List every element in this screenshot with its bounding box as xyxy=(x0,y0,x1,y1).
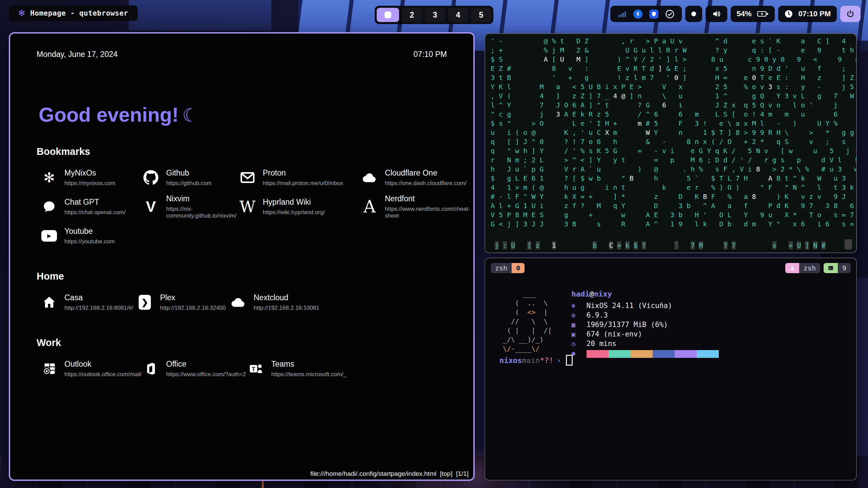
power-icon xyxy=(846,9,855,18)
bookmark-name: Outlook xyxy=(64,360,142,369)
speaker-icon xyxy=(712,9,721,19)
terminal-window[interactable]: zsh 0 zsh 9 ___ ( .. \ ( <> | // \ \ ( |… xyxy=(485,258,857,481)
chat-icon xyxy=(41,200,58,214)
time-text: 07:10 PM xyxy=(414,50,447,59)
cursor-block xyxy=(566,355,573,366)
teams-icon: T xyxy=(248,361,264,376)
section-title-home: Home xyxy=(37,271,64,282)
bookmark-url: http://192.168.2.16:10081 xyxy=(254,305,319,311)
workspace-1[interactable] xyxy=(377,8,399,22)
bookmark-item[interactable]: Githubhttps://github.com xyxy=(142,166,239,189)
battery-percent: 54% xyxy=(737,9,752,18)
bookmark-url: https://www.nerdfonts.com/cheat-sheet xyxy=(385,206,473,219)
fetch-user-host: hadi@nixy xyxy=(572,289,719,299)
workspace-5[interactable]: 5 xyxy=(471,8,491,22)
user-icon xyxy=(785,263,799,273)
plex-icon: ❯ xyxy=(136,295,153,310)
tmux-right-tabs: zsh 9 xyxy=(785,263,851,273)
bookmark-url: https://one.dash.cloudflare.com/ xyxy=(385,180,467,187)
bookmark-name: Teams xyxy=(271,360,347,369)
bookmark-item[interactable]: Cloudflare Onehttps://one.dash.cloudflar… xyxy=(361,166,473,189)
tmux-session-name: zsh xyxy=(799,263,820,273)
nixvim-icon: V xyxy=(142,199,159,214)
fastfetch-output: ___ ( .. \ ( <> | // \ \ ( | | /| _/\ __… xyxy=(503,289,719,358)
bookmark-item[interactable]: Nextcloudhttp://192.168.2.16:10081 xyxy=(230,291,319,313)
bookmark-name: Youtube xyxy=(64,227,115,236)
bookmark-url: http://192.168.2.16:32400 xyxy=(160,305,226,311)
bookmark-url: https://teams.microsoft.com/_ xyxy=(271,371,347,378)
power-button[interactable] xyxy=(840,6,861,22)
bookmark-item[interactable]: Casahttp://192.168.2.16:8081/#/ xyxy=(41,291,136,313)
memory-icon: ▦ xyxy=(572,320,587,329)
bookmark-url: https://wiki.hyprland.org/ xyxy=(263,209,325,216)
fetch-value: NixOS 24.11 (Vicuña) xyxy=(587,301,672,310)
house-icon xyxy=(41,295,58,309)
fetch-value: 1969/31377 MiB (6%) xyxy=(587,320,668,329)
matrix-terminal-window[interactable]: ' - @ % t D Z , r > P a U v ^ d e s ` K … xyxy=(485,33,857,253)
bookmark-item[interactable]: Protonhttps://mail.proton.me/u/0/inbox xyxy=(239,166,361,189)
bookmark-url: https://www.office.com/?auth=2 xyxy=(166,371,246,378)
nixos-tux-ascii-art: ___ ( .. \ ( <> | // \ \ ( | | /| _/\ __… xyxy=(503,289,552,358)
bookmark-item[interactable]: ❯Plexhttp://192.168.2.16:32400 xyxy=(136,291,230,313)
tmux-window-index[interactable]: 0 xyxy=(512,263,525,273)
tmux-shell-tab[interactable]: zsh xyxy=(491,263,512,273)
work-grid: Outlookhttps://outlook.office.com/mail/O… xyxy=(41,358,347,380)
clock-pill[interactable]: 07:10 PM xyxy=(778,6,837,22)
shell-prompt[interactable]: nixos main *?! › xyxy=(499,355,573,366)
bookmark-name: Nixvim xyxy=(166,194,239,203)
section-title-work: Work xyxy=(37,337,61,348)
battery-charging-icon xyxy=(757,10,769,18)
bookmark-name: Nextcloud xyxy=(254,293,319,302)
system-tray: 54% 07:10 PM xyxy=(610,6,861,22)
kernel-icon: ⚙ xyxy=(572,310,587,320)
workspace-4[interactable]: 4 xyxy=(448,8,468,22)
bluetooth-icon xyxy=(633,9,643,19)
fetch-value: 6.9.3 xyxy=(587,310,608,320)
bookmark-item[interactable]: Chat GPThttps://chat.openai.com/ xyxy=(41,196,142,218)
fetch-row: ▦1969/31377 MiB (6%) xyxy=(572,320,719,329)
palette-icon: ◉ xyxy=(572,348,587,358)
bookmark-item[interactable]: ▶Youtubehttps://youtube.com xyxy=(41,225,142,247)
bookmark-url: https://mynixos.com xyxy=(64,180,115,187)
tray-status-pill[interactable] xyxy=(610,6,682,22)
bookmark-item[interactable]: ✻MyNixOshttps://mynixos.com xyxy=(41,166,142,189)
active-workspace-dot xyxy=(384,12,391,18)
tmux-left-tabs[interactable]: zsh 0 xyxy=(491,263,525,273)
workspace-switcher[interactable]: 2345 xyxy=(375,6,493,24)
date-text: Monday, June 17, 2024 xyxy=(37,50,118,59)
bookmark-item[interactable]: ANerdfonthttps://www.nerdfonts.com/cheat… xyxy=(361,196,473,218)
bookmark-name: Hyprland Wiki xyxy=(263,198,325,207)
matrix-cursor-block xyxy=(845,239,852,249)
bookmark-name: Chat GPT xyxy=(64,198,126,207)
active-window-title-pill[interactable]: ✻ Homepage - qutebrowser xyxy=(9,5,138,21)
fetch-row: ▣674 (nix-env) xyxy=(572,329,719,339)
fetch-row: ⚙6.9.3 xyxy=(572,310,719,320)
bookmark-item[interactable]: WHyprland Wikihttps://wiki.hyprland.org/ xyxy=(239,196,361,218)
workspace-2[interactable]: 2 xyxy=(402,8,422,22)
packages-icon: ▣ xyxy=(572,329,587,339)
cloud-icon xyxy=(230,294,247,310)
prompt-dir: nixos xyxy=(499,356,522,365)
tmux-window-count: 9 xyxy=(838,263,851,273)
qutebrowser-window: Monday, June 17, 2024 07:10 PM Good even… xyxy=(9,32,475,481)
uptime-icon: ◷ xyxy=(572,339,587,348)
volume-pill[interactable] xyxy=(706,6,727,22)
bookmark-item[interactable]: VNixvimhttps://nix-community.github.io/n… xyxy=(142,196,239,218)
bookmark-item[interactable]: TTeamshttps://teams.microsoft.com/_ xyxy=(248,358,347,380)
prompt-arrow: › xyxy=(557,356,561,365)
battery-pill[interactable]: 54% xyxy=(731,6,775,22)
bookmark-item[interactable]: Outlookhttps://outlook.office.com/mail/ xyxy=(41,358,142,380)
office-icon xyxy=(142,362,159,376)
github-icon xyxy=(142,170,159,185)
terminal-color-swatches xyxy=(587,350,719,358)
network-signal-icon xyxy=(618,9,627,18)
matrix-bottom-row: j : U [ z 1 b C = k $ ? ` 7 M ? 7 x = U … xyxy=(491,241,841,249)
tray-indicator-pill[interactable] xyxy=(685,6,702,22)
bookmark-name: Proton xyxy=(263,168,343,178)
bookmark-item[interactable]: Officehttps://www.office.com/?auth=2 xyxy=(142,358,248,380)
tmux-statusbar: zsh 0 zsh 9 xyxy=(491,263,851,273)
bookmark-name: MyNixOs xyxy=(64,168,115,178)
workspace-3[interactable]: 3 xyxy=(425,8,445,22)
home-grid: Casahttp://192.168.2.16:8081/#/❯Plexhttp… xyxy=(41,291,319,313)
moon-icon: ☾ xyxy=(182,105,199,126)
